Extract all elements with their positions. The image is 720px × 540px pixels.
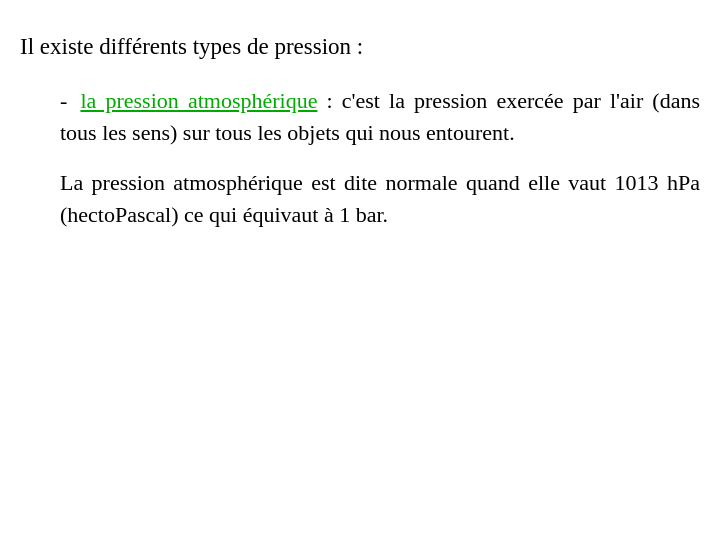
content-block: - la pression atmosphérique : c'est la p… (20, 85, 700, 231)
page-container: Il existe différents types de pression :… (0, 0, 720, 540)
paragraph-2-text: La pression atmosphérique est dite norma… (60, 170, 700, 227)
highlight-pression-atmospherique: la pression atmosphérique (80, 88, 317, 113)
dash-prefix: - (60, 88, 67, 113)
paragraph-2: La pression atmosphérique est dite norma… (60, 167, 700, 231)
heading-text: Il existe différents types de pression : (20, 34, 363, 59)
main-heading: Il existe différents types de pression : (20, 30, 700, 63)
paragraph-1: - la pression atmosphérique : c'est la p… (60, 85, 700, 149)
